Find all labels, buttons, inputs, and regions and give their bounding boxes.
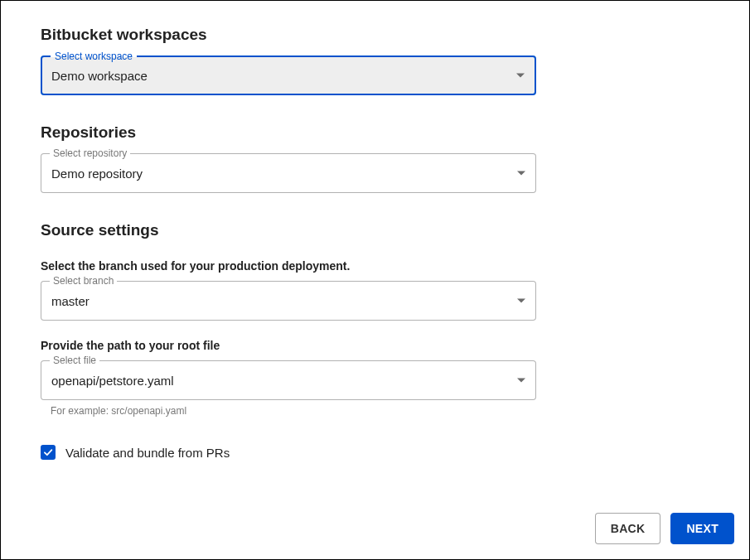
branch-select-label: Select branch xyxy=(50,275,117,287)
chevron-down-icon xyxy=(517,171,525,176)
chevron-down-icon xyxy=(517,379,525,383)
file-section: Provide the path to your root file Selec… xyxy=(41,339,709,417)
chevron-down-icon xyxy=(517,299,525,303)
workspace-select[interactable]: Select workspace Demo workspace xyxy=(41,56,536,95)
workspaces-heading: Bitbucket workspaces xyxy=(41,26,709,44)
repository-select-value: Demo repository xyxy=(51,167,143,181)
repositories-heading: Repositories xyxy=(41,123,709,142)
file-select-label: Select file xyxy=(50,355,99,366)
wizard-footer: BACK NEXT xyxy=(595,513,734,544)
back-button[interactable]: BACK xyxy=(595,513,661,544)
validate-checkbox[interactable] xyxy=(41,445,56,460)
workspace-select-label: Select workspace xyxy=(51,51,137,62)
branch-select[interactable]: Select branch master xyxy=(41,281,536,321)
validate-checkbox-label: Validate and bundle from PRs xyxy=(65,446,230,460)
next-button[interactable]: NEXT xyxy=(670,513,734,544)
workspace-select-value: Demo workspace xyxy=(51,69,148,83)
file-select[interactable]: Select file openapi/petstore.yaml xyxy=(41,360,536,400)
branch-section: Select the branch used for your producti… xyxy=(41,259,709,321)
repository-select-label: Select repository xyxy=(50,147,130,159)
source-heading: Source settings xyxy=(41,221,709,239)
file-prompt: Provide the path to your root file xyxy=(41,339,709,352)
branch-select-value: master xyxy=(51,294,90,308)
chevron-down-icon xyxy=(516,74,525,78)
repository-select[interactable]: Select repository Demo repository xyxy=(41,153,536,193)
file-select-value: openapi/petstore.yaml xyxy=(51,374,174,388)
repositories-section: Repositories Select repository Demo repo… xyxy=(41,123,709,193)
validate-checkbox-row: Validate and bundle from PRs xyxy=(41,445,709,460)
check-icon xyxy=(42,447,54,458)
file-helper-text: For example: src/openapi.yaml xyxy=(51,405,709,417)
branch-prompt: Select the branch used for your producti… xyxy=(41,259,709,273)
config-form-panel: Bitbucket workspaces Select workspace De… xyxy=(0,0,750,560)
workspaces-section: Bitbucket workspaces Select workspace De… xyxy=(41,26,709,95)
